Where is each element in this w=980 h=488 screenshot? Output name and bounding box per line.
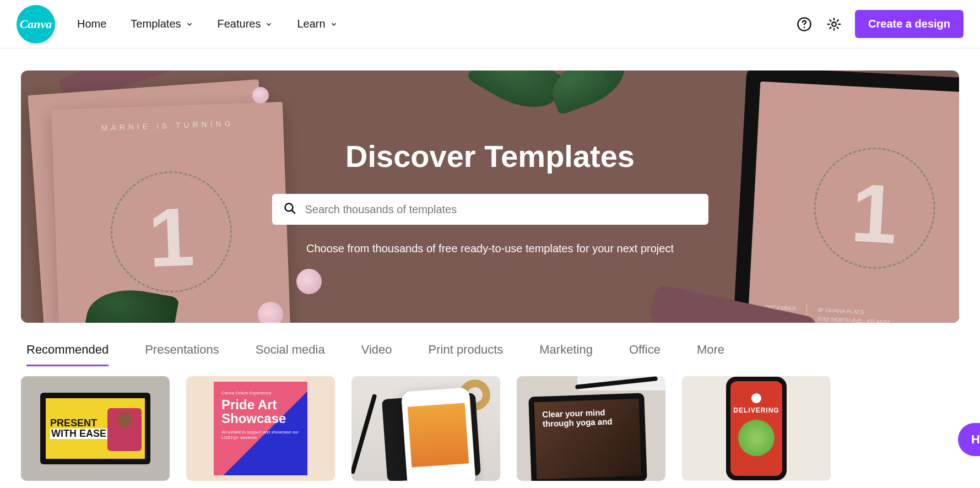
hero-subtitle: Choose from thousands of free ready-to-u… [306, 242, 674, 255]
brand-logo[interactable]: Canva [17, 5, 55, 44]
hero-banner: MARNIE IS TURNING 1 DECEMBER 16 8F OHANA… [21, 71, 959, 323]
tab-social-media[interactable]: Social media [256, 343, 325, 366]
tile-title: Pride Art Showcase [221, 398, 300, 425]
help-icon[interactable] [795, 15, 813, 33]
tab-label: Print products [429, 343, 503, 356]
gear-icon[interactable] [825, 15, 843, 33]
nav-learn-label: Learn [297, 18, 325, 30]
leaf-decoration [466, 71, 567, 122]
template-preview: PRESENT WITH EASE [21, 376, 170, 481]
header-actions: Create a design [795, 10, 963, 38]
template-preview: Canva Online Experience Pride Art Showca… [186, 376, 335, 481]
template-preview [351, 376, 500, 481]
nav-learn[interactable]: Learn [297, 18, 337, 30]
template-tile[interactable]: Canva Online Experience Pride Art Showca… [186, 376, 335, 481]
template-search[interactable] [272, 194, 708, 225]
template-tile[interactable]: Clear your mind through yoga and [517, 376, 665, 481]
svg-point-2 [832, 22, 836, 26]
flower-decoration [258, 302, 283, 323]
nav-features[interactable]: Features [218, 18, 273, 30]
template-preview: DELIVERING [682, 376, 831, 481]
tab-video[interactable]: Video [361, 343, 392, 366]
chevron-down-icon [265, 20, 273, 28]
template-grid: PRESENT WITH EASE Canva Online Experienc… [21, 376, 959, 481]
pen-decoration [351, 394, 377, 474]
template-tile[interactable]: DELIVERING [682, 376, 831, 481]
chevron-down-icon [330, 20, 338, 28]
create-design-label: Create a design [868, 18, 950, 30]
primary-nav: Home Templates Features Learn [77, 18, 338, 30]
tab-label: Office [629, 343, 660, 356]
hero-title: Discover Templates [345, 138, 635, 174]
top-header: Canva Home Templates Features Learn Crea… [0, 0, 980, 48]
tab-label: Video [361, 343, 392, 356]
tile-text: WITH EASE [50, 429, 107, 439]
person-image [107, 408, 142, 451]
hero-content: Discover Templates Choose from thousands… [21, 138, 959, 255]
help-fab-button[interactable]: H [958, 423, 980, 456]
tab-marketing[interactable]: Marketing [539, 343, 593, 366]
phone-mockup: DELIVERING [726, 377, 787, 480]
nav-home-label: Home [77, 18, 106, 30]
tile-text: Clear your mind through yoga and [542, 408, 613, 429]
chevron-down-icon [186, 20, 193, 28]
tab-more[interactable]: More [697, 343, 724, 366]
search-input[interactable] [305, 203, 697, 216]
nav-templates-label: Templates [131, 18, 181, 30]
tab-presentations[interactable]: Presentations [145, 343, 219, 366]
template-tile[interactable]: PRESENT WITH EASE [21, 376, 170, 481]
tab-recommended[interactable]: Recommended [26, 343, 109, 366]
tab-label: More [697, 343, 724, 356]
tile-subtitle: An exhibit to support and showcase our L… [221, 430, 300, 440]
tab-office[interactable]: Office [629, 343, 660, 366]
tab-label: Presentations [145, 343, 219, 356]
help-fab-label: H [971, 432, 980, 447]
phone-mockup [401, 387, 476, 481]
template-preview: Clear your mind through yoga and [517, 376, 665, 481]
tab-label: Marketing [539, 343, 593, 356]
tile-small-text: Canva Online Experience [221, 391, 300, 395]
flower-decoration [252, 87, 269, 104]
tile-text: DELIVERING [730, 406, 782, 414]
svg-point-1 [804, 26, 805, 28]
tab-label: Recommended [26, 343, 109, 356]
nav-features-label: Features [218, 18, 261, 30]
nav-home[interactable]: Home [77, 18, 106, 30]
food-image [738, 420, 775, 456]
logo-dot [751, 393, 761, 403]
brand-logo-text: Canva [20, 17, 52, 31]
search-icon [283, 202, 296, 217]
card-top-text: MARNIE IS TURNING [52, 117, 283, 134]
create-design-button[interactable]: Create a design [855, 10, 963, 38]
nav-templates[interactable]: Templates [131, 18, 193, 30]
flower-decoration [296, 269, 322, 294]
svg-line-4 [292, 210, 295, 213]
tab-print-products[interactable]: Print products [429, 343, 503, 366]
template-tile[interactable] [351, 376, 500, 481]
category-tabs: Recommended Presentations Social media V… [26, 343, 954, 366]
instagram-post-image [408, 403, 469, 468]
tab-label: Social media [256, 343, 325, 356]
